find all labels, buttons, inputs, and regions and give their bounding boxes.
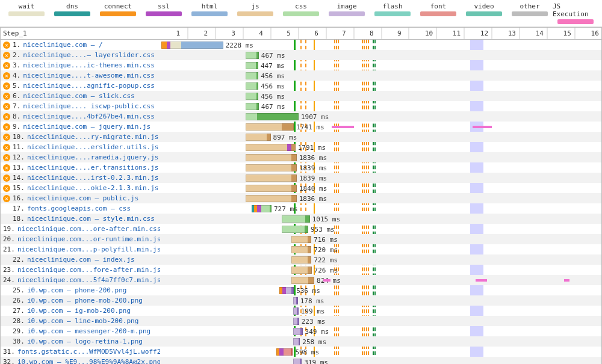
resource-name[interactable]: niceclinique....ramedia.jquery.js [27, 153, 159, 161]
resource-name[interactable]: i0.wp.com – ig-mob-200.png [27, 307, 131, 315]
table-row[interactable]: ✕7.niceclinique.... iscwp-public.css467 … [1, 101, 601, 111]
table-row[interactable]: ✕14.niceclinique....irst-0.2.3.min.js183… [1, 173, 601, 183]
resource-name[interactable]: niceclinique....er.transitions.js [27, 164, 159, 171]
resource-name[interactable]: niceclinique.com...p-polyfill.min.js [17, 245, 160, 253]
table-row[interactable]: 27.i0.wp.com – ig-mob-200.png199 ms [1, 306, 601, 316]
bar-segment [256, 72, 259, 79]
table-row[interactable]: 22.niceclinique.com – index.js722 ms [1, 254, 601, 265]
legend-label: wait [19, 2, 35, 10]
table-row[interactable]: ✕16.niceclinique.com – public.js1836 ms [1, 193, 601, 203]
timing-bar[interactable]: 467 ms [246, 103, 258, 110]
table-row[interactable]: 18.niceclinique.com – style.min.css1015 … [1, 214, 601, 224]
table-row[interactable]: 25.i0.wp.com – phone-200.png536 ms [1, 285, 601, 295]
resource-name[interactable]: fonts.googleapis.com – css [27, 205, 131, 212]
table-row[interactable]: ✕9.niceclinique.com – jquery.min.js1741 … [1, 122, 601, 132]
resource-name[interactable]: niceclinique....ic-themes.min.css [23, 61, 155, 69]
table-row[interactable]: ✕6.niceclinique.com – slick.css456 ms [1, 91, 601, 101]
resource-name[interactable]: i0.wp.com – phone-200.png [27, 286, 127, 294]
table-row[interactable]: 30.i0.wp.com – logo-retina-1.png258 ms [1, 336, 601, 347]
resource-name[interactable]: niceclinique.com...5f4a7ff0c7.min.js [17, 276, 160, 284]
timing-bar[interactable]: 824 ms [291, 277, 314, 284]
timing-bar[interactable]: 178 ms [293, 297, 298, 304]
table-row[interactable]: 21.niceclinique.com...p-polyfill.min.js7… [1, 244, 601, 254]
resource-name[interactable]: i0.wp.com – messenger-200-m.png [27, 327, 150, 335]
timing-bar[interactable]: 1741 ms [246, 123, 294, 131]
timing-bar[interactable]: 223 ms [293, 318, 299, 325]
resource-name[interactable]: niceclinique.com...ore-after.min.css [17, 225, 160, 233]
resource-name[interactable]: niceclinique.... iscwp-public.css [23, 102, 155, 110]
timing-bar[interactable]: 199 ms [293, 307, 299, 315]
table-row[interactable]: 31.fonts.gstatic.c...WfMOD5Vvl4jL.woff25… [1, 347, 601, 357]
timing-bar[interactable]: 953 ms [282, 226, 308, 233]
table-row[interactable]: ✕15.niceclinique....okie-2.1.3.min.js184… [1, 183, 601, 193]
resource-name[interactable]: niceclinique.com – public.js [27, 194, 138, 202]
table-row[interactable]: ✕2.niceclinique....– layerslider.css467 … [1, 50, 601, 60]
table-row[interactable]: 32.i0.wp.com – %E9...98%E9%9A%8A@2x.png3… [1, 357, 601, 364]
timing-bar[interactable]: 1836 ms [246, 154, 296, 161]
resource-name[interactable]: i0.wp.com – phone-mob-200.png [27, 297, 143, 304]
timing-bar[interactable]: 456 ms [246, 82, 258, 90]
resource-name[interactable]: niceclinique....t-awesome.min.css [23, 72, 155, 79]
resource-name[interactable]: niceclinique....okie-2.1.3.min.js [27, 184, 159, 192]
timing-bar[interactable]: 727 ms [252, 205, 272, 212]
timing-bar[interactable]: 456 ms [246, 93, 258, 100]
table-row[interactable]: ✕8.niceclinique....4bf267be4.min.css1907… [1, 111, 601, 122]
table-row[interactable]: ✕3.niceclinique....ic-themes.min.css447 … [1, 60, 601, 70]
timing-bar[interactable]: 536 ms [279, 287, 294, 294]
timing-bar[interactable]: 720 ms [291, 246, 311, 253]
timing-bar[interactable]: 897 ms [246, 134, 270, 141]
timing-bar[interactable]: 1839 ms [246, 174, 296, 182]
resource-name[interactable]: niceclinique.com – / [23, 41, 102, 49]
timing-bar[interactable]: 319 ms [293, 359, 302, 365]
timing-bar[interactable]: 2228 ms [161, 42, 223, 49]
resource-name[interactable]: niceclinique.com...or-runtime.min.js [17, 235, 160, 243]
table-row[interactable]: 28.i0.wp.com – line-mob-200.png223 ms [1, 316, 601, 326]
resource-name[interactable]: niceclinique.com – index.js [27, 256, 135, 264]
resource-name[interactable]: niceclinique....4bf267be4.min.css [23, 113, 155, 120]
resource-name[interactable]: niceclinique.com – jquery.min.js [23, 123, 150, 131]
timing-bar[interactable]: 456 ms [246, 72, 258, 79]
table-row[interactable]: 24.niceclinique.com...5f4a7ff0c7.min.js8… [1, 275, 601, 285]
table-row[interactable]: 29.i0.wp.com – messenger-200-m.png349 ms [1, 326, 601, 336]
timing-bar[interactable]: 1839 ms [246, 164, 296, 171]
table-row[interactable]: ✕4.niceclinique....t-awesome.min.css456 … [1, 70, 601, 81]
table-row[interactable]: 26.i0.wp.com – phone-mob-200.png178 ms [1, 295, 601, 306]
table-row[interactable]: 17.fonts.googleapis.com – css727 ms [1, 203, 601, 214]
timing-bar[interactable]: 726 ms [291, 267, 311, 274]
timing-bar[interactable]: 716 ms [291, 236, 311, 243]
table-row[interactable]: ✕13.niceclinique....er.transitions.js183… [1, 162, 601, 173]
timing-bar[interactable]: 1840 ms [246, 185, 297, 192]
timing-bar[interactable]: 258 ms [293, 338, 300, 345]
table-row[interactable]: ✕10.niceclinique....ry-migrate.min.js897… [1, 132, 601, 142]
table-row[interactable]: ✕12.niceclinique....ramedia.jquery.js183… [1, 152, 601, 162]
timing-bar[interactable]: 1907 ms [246, 113, 299, 120]
table-row[interactable]: 20.niceclinique.com...or-runtime.min.js7… [1, 234, 601, 244]
resource-name[interactable]: niceclinique.com...fore-after.min.js [17, 266, 160, 274]
resource-name[interactable]: niceclinique....ry-migrate.min.js [27, 133, 159, 141]
timing-bar[interactable]: 722 ms [291, 256, 311, 264]
tick: 8 [381, 28, 387, 39]
resource-name[interactable]: niceclinique.com – style.min.css [27, 215, 155, 223]
resource-name[interactable]: i0.wp.com – %E9...98%E9%9A%8A@2x.png [17, 358, 160, 364]
resource-name[interactable]: niceclinique....irst-0.2.3.min.js [27, 174, 159, 182]
table-row[interactable]: ✕5.niceclinique....agnific-popup.css456 … [1, 81, 601, 91]
table-row[interactable]: 23.niceclinique.com...fore-after.min.js7… [1, 265, 601, 275]
resource-name[interactable]: i0.wp.com – line-mob-200.png [27, 317, 138, 325]
resource-name[interactable]: i0.wp.com – logo-retina-1.png [27, 338, 143, 345]
timing-bar[interactable]: 1791 ms [246, 144, 295, 151]
timing-bar[interactable]: 1836 ms [246, 195, 296, 202]
resource-name[interactable]: niceclinique....erslider.utils.js [27, 143, 159, 151]
timing-bar[interactable]: 598 ms [276, 348, 293, 356]
timing-bar[interactable]: 349 ms [293, 328, 303, 335]
bar-segment [293, 307, 297, 315]
table-row[interactable]: 19.niceclinique.com...ore-after.min.css9… [1, 224, 601, 234]
resource-name[interactable]: niceclinique....agnific-popup.css [23, 82, 155, 90]
timing-bar[interactable]: 447 ms [246, 62, 258, 69]
table-row[interactable]: ✕11.niceclinique....erslider.utils.js179… [1, 142, 601, 152]
resource-name[interactable]: niceclinique....– layerslider.css [23, 51, 155, 59]
table-row[interactable]: ✕1.niceclinique.com – /2228 ms [1, 40, 601, 50]
timing-bar[interactable]: 1015 ms [282, 215, 310, 223]
resource-name[interactable]: fonts.gstatic.c...WfMOD5Vvl4jL.woff2 [17, 348, 160, 356]
timing-bar[interactable]: 467 ms [246, 52, 258, 59]
resource-name[interactable]: niceclinique.com – slick.css [23, 92, 134, 100]
